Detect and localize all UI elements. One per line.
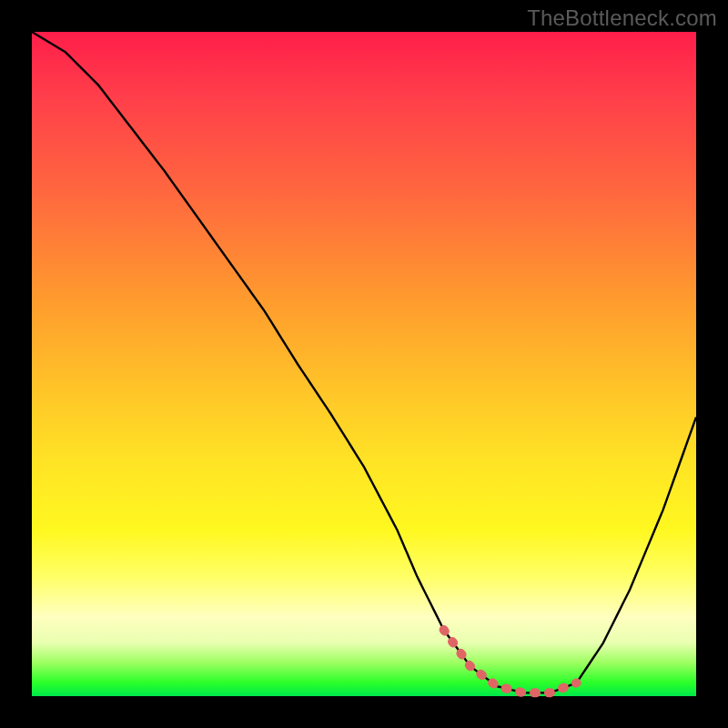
chart-frame: TheBottleneck.com: [0, 0, 728, 728]
watermark-text: TheBottleneck.com: [527, 5, 717, 31]
bottleneck-curve: [32, 32, 696, 693]
bottleneck-curve-highlight: [444, 630, 577, 693]
curve-layer: [32, 32, 696, 696]
